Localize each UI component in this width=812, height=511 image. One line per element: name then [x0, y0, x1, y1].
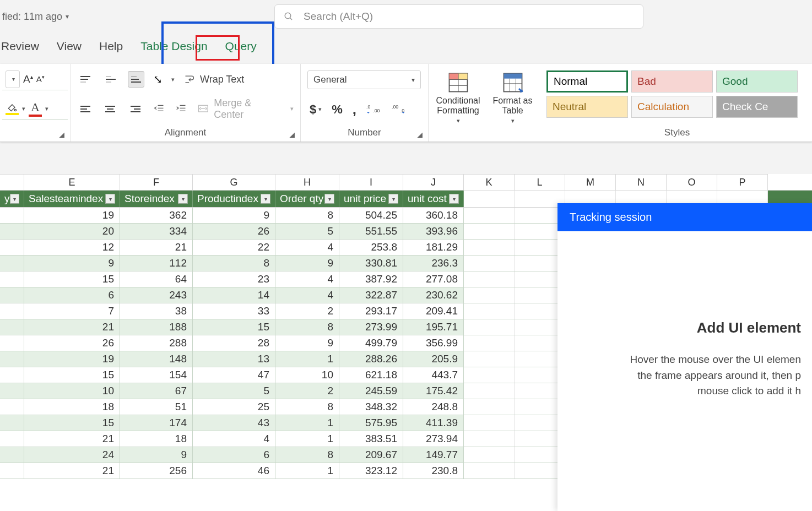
chevron-down-icon[interactable]: ▾ [22, 105, 25, 112]
cell[interactable]: 273.99 [339, 319, 403, 335]
cell[interactable]: 504.25 [339, 208, 403, 223]
chevron-down-icon[interactable]: ▾ [171, 76, 175, 83]
col-header[interactable]: P [717, 174, 768, 190]
cell[interactable]: 205.9 [403, 351, 464, 367]
cell[interactable] [464, 287, 515, 303]
cell[interactable]: 443.7 [403, 367, 464, 383]
cell[interactable] [464, 335, 515, 351]
cell[interactable] [464, 240, 515, 255]
cell[interactable]: 9 [24, 256, 120, 271]
cell[interactable]: 393.96 [403, 224, 464, 239]
cell[interactable]: 411.39 [403, 415, 464, 431]
cell[interactable]: 209.41 [403, 303, 464, 319]
cell[interactable]: 209.67 [339, 447, 403, 463]
cell[interactable]: 288 [120, 335, 193, 351]
col-header[interactable]: G [193, 174, 275, 190]
cell[interactable]: 19 [24, 351, 120, 367]
style-bad[interactable]: Bad [631, 70, 713, 93]
cell[interactable]: 575.95 [339, 415, 403, 431]
decrease-decimal-button[interactable]: .00.0 [392, 104, 407, 116]
align-center-button[interactable] [102, 101, 119, 117]
font-color-button[interactable]: A [29, 100, 42, 117]
table-header[interactable]: Order qty▾ [275, 191, 339, 207]
cell[interactable]: 330.81 [339, 256, 403, 271]
cell[interactable]: 15 [193, 319, 275, 335]
cell[interactable]: 323.12 [339, 463, 403, 479]
cell[interactable]: 230.62 [403, 287, 464, 303]
cell[interactable] [464, 463, 515, 479]
cell[interactable]: 8 [193, 256, 275, 271]
cell[interactable]: 6 [193, 447, 275, 463]
table-header[interactable]: unit price▾ [339, 191, 403, 207]
align-bottom-button[interactable] [128, 71, 144, 88]
cell[interactable]: 1 [275, 351, 339, 367]
cell[interactable]: 43 [193, 415, 275, 431]
cell[interactable]: 21 [24, 431, 120, 447]
cell[interactable]: 188 [120, 319, 193, 335]
cell[interactable]: 28 [193, 335, 275, 351]
cell[interactable]: 38 [120, 303, 193, 319]
filter-dropdown-icon[interactable]: ▾ [449, 194, 459, 204]
search-box[interactable]: Search (Alt+Q) [274, 4, 643, 29]
cell[interactable]: 46 [193, 463, 275, 479]
cell[interactable]: 18 [24, 399, 120, 415]
filter-dropdown-icon[interactable]: ▾ [261, 194, 270, 204]
cell[interactable]: 1 [275, 431, 339, 447]
cell[interactable]: 4 [275, 240, 339, 255]
cell[interactable]: 21 [24, 463, 120, 479]
cell[interactable]: 8 [275, 208, 339, 223]
cell[interactable] [0, 256, 24, 271]
cell[interactable]: 551.55 [339, 224, 403, 239]
decrease-font-icon[interactable]: A▾ [36, 74, 45, 84]
cell[interactable]: 15 [24, 415, 120, 431]
style-good[interactable]: Good [716, 70, 798, 93]
tab-view[interactable]: View [56, 39, 83, 54]
conditional-formatting-button[interactable]: Conditional Formatting ▾ [431, 68, 485, 140]
cell[interactable]: 175.42 [403, 383, 464, 399]
cell[interactable] [464, 224, 515, 239]
cell[interactable]: 149.77 [403, 447, 464, 463]
cell[interactable]: 348.32 [339, 399, 403, 415]
col-header[interactable]: N [616, 174, 667, 190]
orientation-button[interactable]: ⤡ [153, 73, 163, 86]
fill-color-button[interactable] [6, 102, 19, 115]
col-header[interactable]: H [275, 174, 339, 190]
cell[interactable]: 64 [120, 271, 193, 287]
cell[interactable] [0, 367, 24, 383]
tab-help[interactable]: Help [98, 39, 124, 54]
cell[interactable]: 12 [24, 240, 120, 255]
filter-dropdown-icon[interactable]: ▾ [178, 194, 188, 204]
cell[interactable]: 20 [24, 224, 120, 239]
table-header[interactable]: y▾ [0, 191, 24, 207]
cell[interactable]: 4 [275, 271, 339, 287]
col-header[interactable]: E [24, 174, 120, 190]
cell[interactable] [464, 367, 515, 383]
cell[interactable]: 10 [24, 383, 120, 399]
cell[interactable]: 9 [120, 447, 193, 463]
cell[interactable]: 362 [120, 208, 193, 223]
cell[interactable]: 322.87 [339, 287, 403, 303]
cell[interactable]: 13 [193, 351, 275, 367]
cell[interactable] [464, 256, 515, 271]
tab-table-design[interactable]: Table Design [139, 39, 208, 54]
cell[interactable]: 174 [120, 415, 193, 431]
cell[interactable]: 236.3 [403, 256, 464, 271]
cell[interactable]: 15 [24, 367, 120, 383]
style-check-cell[interactable]: Check Ce [716, 96, 798, 118]
cell[interactable]: 2 [275, 383, 339, 399]
increase-decimal-button[interactable]: .0.00 [366, 104, 382, 116]
cell[interactable]: 9 [275, 256, 339, 271]
filter-dropdown-icon[interactable]: ▾ [324, 194, 334, 204]
style-calculation[interactable]: Calculation [631, 96, 713, 118]
accounting-format-button[interactable]: $▾ [310, 102, 322, 117]
cell[interactable]: 18 [120, 431, 193, 447]
cell[interactable]: 256 [120, 463, 193, 479]
dialog-launcher-icon[interactable]: ◢ [289, 131, 297, 138]
cell[interactable]: 273.94 [403, 431, 464, 447]
cell[interactable] [0, 463, 24, 479]
cell[interactable] [0, 335, 24, 351]
cell[interactable]: 8 [275, 399, 339, 415]
cell[interactable]: 47 [193, 367, 275, 383]
comma-format-button[interactable]: , [353, 101, 356, 118]
dialog-launcher-icon[interactable]: ◢ [417, 131, 425, 138]
